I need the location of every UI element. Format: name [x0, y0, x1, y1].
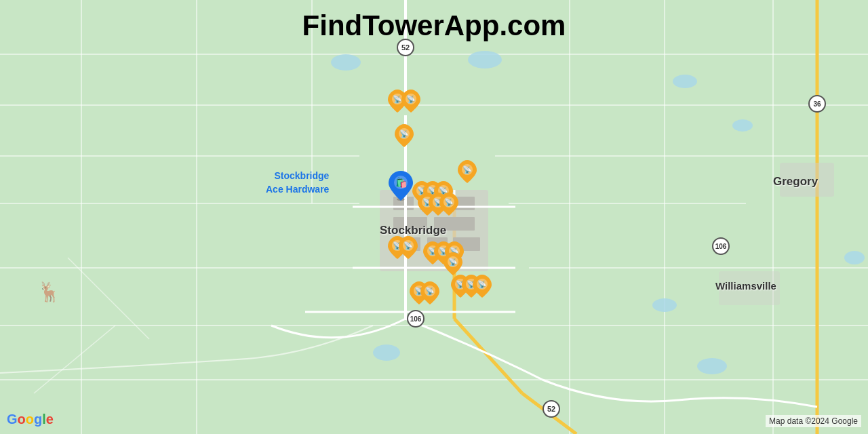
svg-text:📡: 📡 [425, 286, 435, 296]
store-name-line2: Ace Hardware [266, 183, 329, 197]
svg-text:📡: 📡 [477, 279, 487, 289]
svg-point-44 [697, 358, 727, 374]
road-shield-106-right: 106 [712, 237, 730, 255]
tower-marker[interactable]: 📡 [401, 90, 420, 115]
svg-text:📡: 📡 [406, 94, 416, 104]
store-name-line1: Stockbridge [266, 170, 329, 183]
svg-text:📡: 📡 [444, 197, 454, 207]
svg-text:🛍️: 🛍️ [395, 177, 408, 189]
tower-marker[interactable]: 📡 [420, 281, 439, 307]
tower-marker[interactable]: 📡 [473, 275, 492, 300]
williamsville-label: Williamsville [715, 280, 776, 292]
road-shield-36: 36 [808, 95, 826, 113]
svg-point-45 [844, 251, 865, 264]
svg-text:📡: 📡 [462, 165, 472, 174]
svg-text:📡: 📡 [399, 129, 409, 138]
shopping-marker[interactable]: 🛍️ [389, 171, 413, 203]
road-shield-52-bottom: 52 [542, 400, 560, 418]
svg-text:📡: 📡 [403, 241, 413, 250]
tower-marker[interactable]: 📡 [458, 160, 477, 186]
svg-point-41 [732, 119, 753, 132]
page-title: FindTowerApp.com [302, 9, 566, 42]
svg-point-40 [673, 75, 697, 88]
svg-text:🦌: 🦌 [37, 281, 61, 303]
google-logo: Google [7, 412, 54, 427]
map-attribution: Map data ©2024 Google [766, 415, 861, 427]
stockbridge-label: Stockbridge [380, 224, 446, 237]
gregory-label: Gregory [773, 175, 818, 189]
svg-point-38 [331, 54, 361, 71]
ace-hardware-label[interactable]: Stockbridge Ace Hardware [266, 170, 329, 196]
tower-marker[interactable]: 📡 [395, 124, 414, 150]
svg-text:📡: 📡 [448, 257, 458, 267]
road-shield-106-bottom: 106 [407, 310, 425, 328]
svg-point-43 [652, 298, 677, 312]
road-shield-52-top: 52 [397, 39, 414, 56]
svg-point-42 [373, 344, 400, 361]
svg-text:📡: 📡 [393, 94, 402, 104]
tower-marker[interactable]: 📡 [399, 236, 418, 262]
svg-point-39 [468, 51, 502, 68]
map-container[interactable]: 🦌 FindTowerApp.com Stockbridge Ace Hardw… [0, 0, 868, 434]
tower-marker[interactable]: 📡 [439, 193, 458, 218]
